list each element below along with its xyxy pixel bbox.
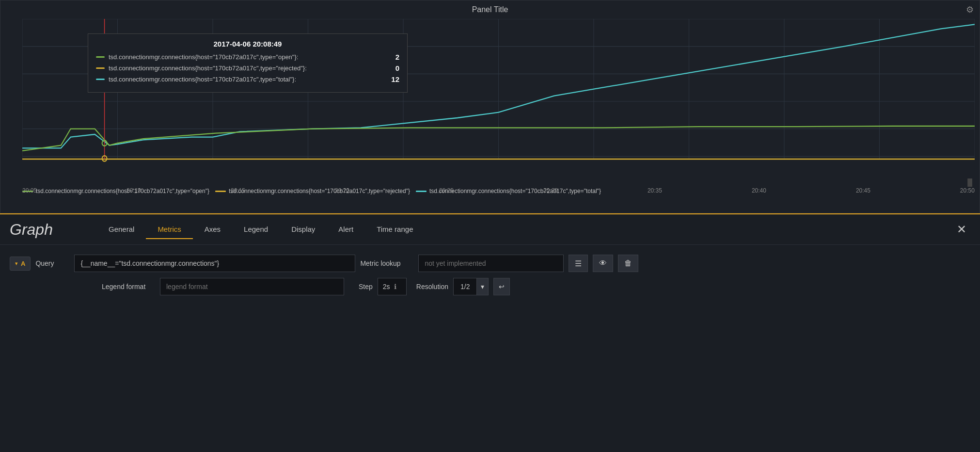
tooltip-row-total: tsd.connectionmgr.connections{host="170c… bbox=[96, 75, 399, 83]
step-value-display: 2s ℹ bbox=[378, 278, 407, 295]
tab-axes[interactable]: Axes bbox=[193, 220, 232, 239]
badge-letter: A bbox=[21, 260, 25, 267]
close-button[interactable]: ✕ bbox=[953, 221, 970, 238]
panel-title: Panel Title bbox=[0, 0, 980, 19]
tooltip-value-rejected: 0 bbox=[395, 64, 399, 72]
legend-format-input[interactable] bbox=[160, 278, 344, 295]
eye-button[interactable]: 👁 bbox=[593, 255, 613, 272]
resolution-select[interactable]: 1/2 ▾ bbox=[453, 278, 489, 295]
x-label-6: 20:35 bbox=[648, 187, 662, 194]
query-row: ▾ A Query Metric lookup ☰ 👁 🗑 bbox=[10, 255, 970, 272]
resolution-label: Resolution bbox=[416, 283, 448, 291]
tab-metrics[interactable]: Metrics bbox=[146, 220, 192, 239]
x-label-1: 20:10 bbox=[126, 187, 141, 194]
query-label: Query bbox=[35, 259, 69, 267]
legend-format-label: Legend format bbox=[102, 283, 155, 291]
query-badge[interactable]: ▾ A bbox=[10, 257, 31, 271]
x-label-9: 20:50 bbox=[960, 187, 975, 194]
tab-display[interactable]: Display bbox=[280, 220, 327, 239]
x-label-3: 20:20 bbox=[335, 187, 349, 194]
tooltip-color-rejected bbox=[96, 67, 105, 69]
x-label-8: 20:45 bbox=[856, 187, 870, 194]
gear-icon[interactable]: ⚙ bbox=[966, 4, 974, 15]
tooltip-label-total: tsd.connectionmgr.connections{host="170c… bbox=[109, 76, 296, 83]
tab-time-range[interactable]: Time range bbox=[365, 220, 425, 239]
x-label-2: 20:15 bbox=[231, 187, 245, 194]
step-label: Step bbox=[359, 283, 373, 291]
metrics-content: ▾ A Query Metric lookup ☰ 👁 🗑 Legend for… bbox=[0, 245, 980, 305]
x-label-4: 20:25 bbox=[439, 187, 454, 194]
hamburger-button[interactable]: ☰ bbox=[569, 255, 588, 272]
editor-panel: Graph General Metrics Axes Legend Displa… bbox=[0, 213, 980, 305]
tooltip-value-open: 2 bbox=[395, 53, 399, 61]
tooltip-row-rejected: tsd.connectionmgr.connections{host="170c… bbox=[96, 64, 399, 72]
x-label-5: 20:30 bbox=[543, 187, 558, 194]
metric-lookup-label: Metric lookup bbox=[360, 259, 413, 267]
tab-general[interactable]: General bbox=[97, 220, 146, 239]
tooltip-label-open: tsd.connectionmgr.connections{host="170c… bbox=[109, 53, 298, 61]
editor-header: Graph General Metrics Axes Legend Displa… bbox=[0, 214, 980, 245]
second-row: Legend format Step 2s ℹ Resolution 1/2 ▾… bbox=[10, 278, 970, 295]
tooltip-color-open bbox=[96, 56, 105, 58]
resolution-value: 1/2 bbox=[454, 280, 476, 293]
chart-panel: Panel Title ⚙ .grid-line { stroke: #2c35… bbox=[0, 0, 980, 213]
chart-bars-icon: ▐▌ bbox=[965, 178, 975, 186]
step-value-text: 2s bbox=[383, 283, 390, 291]
editor-title: Graph bbox=[10, 221, 82, 239]
tab-alert[interactable]: Alert bbox=[327, 220, 365, 239]
tooltip-color-total bbox=[96, 79, 105, 80]
chart-area: .grid-line { stroke: #2c3540; stroke-wid… bbox=[0, 19, 980, 184]
tab-legend[interactable]: Legend bbox=[232, 220, 280, 239]
info-icon[interactable]: ℹ bbox=[394, 283, 396, 291]
query-input[interactable] bbox=[74, 255, 355, 272]
x-label-0: 20:05 bbox=[22, 187, 37, 194]
tab-list: General Metrics Axes Legend Display Aler… bbox=[97, 220, 953, 239]
trash-button[interactable]: 🗑 bbox=[618, 255, 638, 272]
chart-tooltip: 2017-04-06 20:08:49 tsd.connectionmgr.co… bbox=[88, 33, 408, 93]
tooltip-row-open: tsd.connectionmgr.connections{host="170c… bbox=[96, 53, 399, 61]
x-label-7: 20:40 bbox=[752, 187, 766, 194]
metric-lookup-input[interactable] bbox=[418, 255, 564, 272]
resolution-dropdown-arrow[interactable]: ▾ bbox=[476, 278, 488, 295]
tooltip-value-total: 12 bbox=[391, 75, 399, 83]
tooltip-date: 2017-04-06 20:08:49 bbox=[96, 40, 399, 48]
badge-arrow-icon: ▾ bbox=[15, 260, 18, 267]
tooltip-label-rejected: tsd.connectionmgr.connections{host="170c… bbox=[109, 65, 307, 72]
resolution-link-button[interactable]: ↩ bbox=[493, 278, 510, 295]
